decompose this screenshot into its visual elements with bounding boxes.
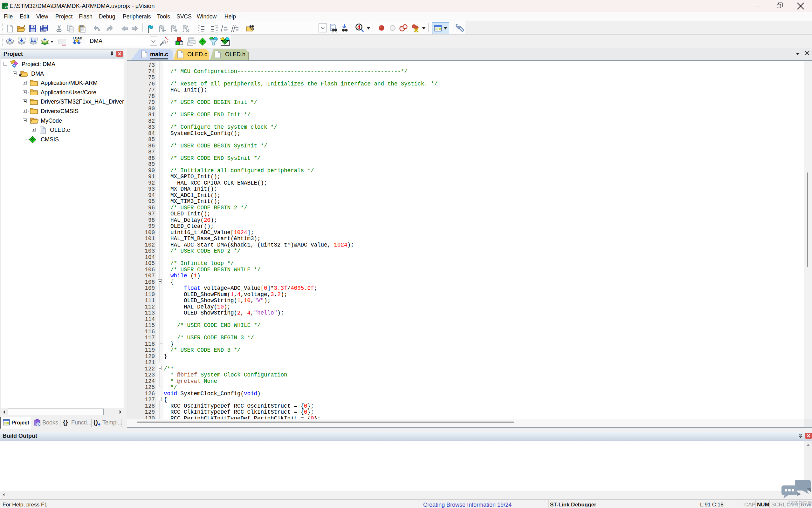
svg-text:d: d — [357, 25, 360, 30]
svg-text:Vs: Vs — [5, 5, 8, 9]
svg-text:?: ? — [37, 423, 39, 426]
